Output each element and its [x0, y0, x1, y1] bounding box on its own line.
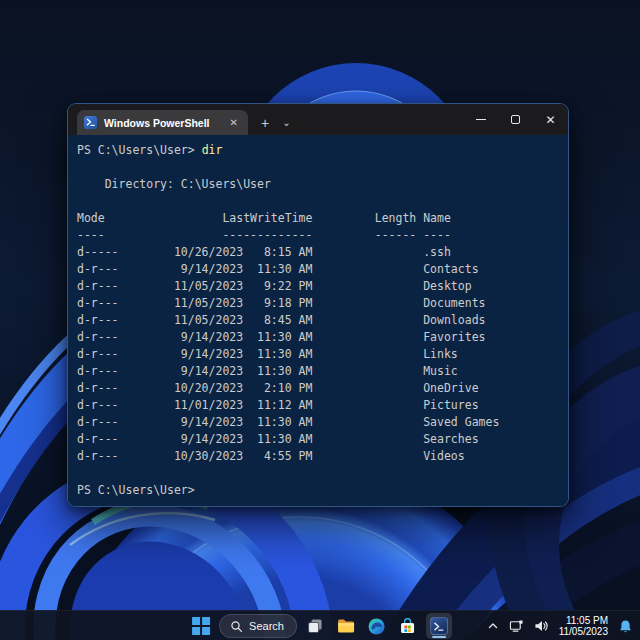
task-view-button[interactable]	[302, 613, 328, 639]
maximize-icon	[511, 115, 520, 124]
terminal-line: PS C:\Users\User> dir	[77, 142, 564, 159]
terminal-line: d-r--- 11/05/2023 9:22 PM Desktop	[77, 278, 564, 295]
terminal-output[interactable]: PS C:\Users\User> dir Directory: C:\User…	[68, 135, 568, 506]
terminal-line: PS C:\Users\User>	[77, 482, 564, 499]
new-tab-button[interactable]: +	[254, 110, 276, 135]
volume-button[interactable]	[532, 617, 551, 635]
windows-logo-icon	[192, 617, 210, 635]
terminal-line: Mode LastWriteTime Length Name	[77, 210, 564, 227]
terminal-line	[77, 465, 564, 482]
terminal-line: d-r--- 10/20/2023 2:10 PM OneDrive	[77, 380, 564, 397]
close-button[interactable]: ✕	[533, 104, 568, 135]
taskbar: Search	[0, 610, 640, 640]
tab-windows-powershell[interactable]: Windows PowerShell ✕	[77, 110, 248, 135]
network-icon	[509, 619, 524, 633]
terminal-line: d-r--- 10/30/2023 4:55 PM Videos	[77, 448, 564, 465]
terminal-line	[77, 159, 564, 176]
clock-time: 11:05 PM	[559, 615, 608, 627]
terminal-line: d-r--- 11/01/2023 11:12 AM Pictures	[77, 397, 564, 414]
search-icon	[230, 620, 243, 633]
powershell-taskbar-button[interactable]	[426, 613, 452, 639]
notification-bell-icon	[618, 619, 633, 634]
terminal-line: d-r--- 9/14/2023 11:30 AM Favorites	[77, 329, 564, 346]
maximize-button[interactable]	[498, 104, 533, 135]
tab-title: Windows PowerShell	[104, 117, 220, 129]
edge-icon	[368, 618, 385, 635]
powershell-icon	[84, 116, 97, 129]
terminal-line: ---- ------------- ------ ----	[77, 227, 564, 244]
terminal-line: Directory: C:\Users\User	[77, 176, 564, 193]
minimize-button[interactable]	[463, 104, 498, 135]
taskbar-center: Search	[188, 611, 452, 640]
terminal-line: d-r--- 9/14/2023 11:30 AM Contacts	[77, 261, 564, 278]
terminal-line: d-r--- 9/14/2023 11:30 AM Searches	[77, 431, 564, 448]
clock-date: 11/05/2023	[559, 626, 608, 638]
terminal-line: d-r--- 9/14/2023 11:30 AM Links	[77, 346, 564, 363]
powershell-taskbar-icon	[430, 617, 448, 635]
window-controls: ✕	[463, 104, 568, 135]
close-icon: ✕	[545, 114, 555, 126]
terminal-line: d-r--- 9/14/2023 11:30 AM Saved Games	[77, 414, 564, 431]
terminal-line: d----- 10/26/2023 8:15 AM .ssh	[77, 244, 564, 261]
notifications-button[interactable]	[616, 617, 635, 636]
edge-button[interactable]	[364, 613, 390, 639]
terminal-line: d-r--- 11/05/2023 8:45 AM Downloads	[77, 312, 564, 329]
microsoft-store-icon	[399, 618, 416, 635]
terminal-line: d-r--- 9/14/2023 11:30 AM Music	[77, 363, 564, 380]
chevron-up-icon	[487, 620, 499, 632]
desktop: { "window": { "tab": { "title": "Windows…	[0, 0, 640, 640]
task-view-icon	[307, 618, 323, 634]
tab-close-icon[interactable]: ✕	[227, 116, 241, 130]
terminal-line	[77, 193, 564, 210]
tray-chevron-button[interactable]	[485, 618, 501, 634]
file-explorer-icon	[337, 618, 355, 634]
network-button[interactable]	[507, 617, 526, 635]
tab-dropdown-button[interactable]: ⌄	[276, 110, 296, 135]
terminal-line: d-r--- 11/05/2023 9:18 PM Documents	[77, 295, 564, 312]
start-button[interactable]	[188, 613, 214, 639]
volume-icon	[534, 619, 549, 633]
system-tray: 11:05 PM 11/05/2023	[485, 611, 635, 640]
minimize-icon	[476, 119, 486, 120]
taskbar-clock[interactable]: 11:05 PM 11/05/2023	[557, 615, 610, 638]
search-label: Search	[249, 620, 284, 632]
microsoft-store-button[interactable]	[395, 613, 421, 639]
window-titlebar[interactable]: Windows PowerShell ✕ + ⌄ ✕	[68, 104, 568, 135]
powershell-window: Windows PowerShell ✕ + ⌄ ✕ PS C:\Users\U…	[67, 103, 569, 507]
file-explorer-button[interactable]	[333, 613, 359, 639]
search-button[interactable]: Search	[219, 614, 297, 638]
